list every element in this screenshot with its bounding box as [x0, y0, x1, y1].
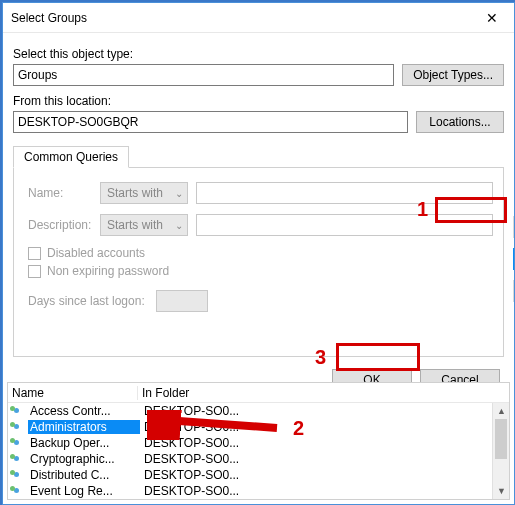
titlebar: Select Groups ✕	[3, 3, 514, 33]
row-name: Backup Oper...	[28, 436, 140, 450]
results-header: Name In Folder	[8, 383, 509, 403]
name-filter-label: Name:	[28, 186, 92, 200]
window-title: Select Groups	[11, 11, 87, 25]
table-row[interactable]: AdministratorsDESKTOP-SO0...	[8, 419, 509, 435]
tab-common-queries[interactable]: Common Queries	[13, 146, 129, 168]
scroll-up-icon[interactable]: ▲	[493, 403, 510, 419]
results-scrollbar[interactable]: ▲ ▼	[492, 403, 509, 499]
row-name: Cryptographic...	[28, 452, 140, 466]
row-folder: DESKTOP-SO0...	[140, 452, 239, 466]
close-button[interactable]: ✕	[469, 3, 514, 33]
table-row[interactable]: Backup Oper...DESKTOP-SO0...	[8, 435, 509, 451]
location-field[interactable]	[13, 111, 408, 133]
scroll-thumb[interactable]	[495, 419, 507, 459]
table-row[interactable]: Distributed C...DESKTOP-SO0...	[8, 467, 509, 483]
group-icon	[10, 467, 26, 483]
common-queries-panel: Name: Starts with ⌄ Description: Starts …	[13, 167, 504, 357]
locations-button[interactable]: Locations...	[416, 111, 504, 133]
object-type-label: Select this object type:	[13, 47, 504, 61]
non-expiring-checkbox	[28, 265, 41, 278]
select-groups-dialog: Select Groups ✕ Select this object type:…	[2, 2, 515, 505]
name-mode-combo: Starts with ⌄	[100, 182, 188, 204]
group-icon	[10, 435, 26, 451]
non-expiring-label: Non expiring password	[47, 264, 169, 278]
days-since-logon-label: Days since last logon:	[28, 294, 148, 308]
column-name-header[interactable]: Name	[8, 386, 138, 400]
table-row[interactable]: Event Log Re...DESKTOP-SO0...	[8, 483, 509, 499]
description-mode-combo: Starts with ⌄	[100, 214, 188, 236]
name-filter-input	[196, 182, 493, 204]
group-icon	[10, 419, 26, 435]
row-folder: DESKTOP-SO0...	[140, 468, 239, 482]
days-since-logon-combo	[156, 290, 208, 312]
table-row[interactable]: Access Contr...DESKTOP-SO0...	[8, 403, 509, 419]
row-name: Administrators	[28, 420, 140, 434]
group-icon	[10, 403, 26, 419]
scroll-down-icon[interactable]: ▼	[493, 483, 510, 499]
chevron-down-icon: ⌄	[175, 188, 183, 199]
location-label: From this location:	[13, 94, 504, 108]
row-name: Distributed C...	[28, 468, 140, 482]
object-types-button[interactable]: Object Types...	[402, 64, 504, 86]
description-filter-input	[196, 214, 493, 236]
close-icon: ✕	[486, 10, 498, 26]
group-icon	[10, 483, 26, 499]
row-folder: DESKTOP-SO0...	[140, 436, 239, 450]
row-folder: DESKTOP-SO0...	[140, 484, 239, 498]
description-filter-label: Description:	[28, 218, 92, 232]
chevron-down-icon: ⌄	[175, 220, 183, 231]
row-folder: DESKTOP-SO0...	[140, 404, 239, 418]
disabled-accounts-checkbox	[28, 247, 41, 260]
disabled-accounts-label: Disabled accounts	[47, 246, 145, 260]
group-icon	[10, 451, 26, 467]
row-folder: DESKTOP-SO0...	[140, 420, 239, 434]
table-row[interactable]: Cryptographic...DESKTOP-SO0...	[8, 451, 509, 467]
search-results-list[interactable]: Name In Folder Access Contr...DESKTOP-SO…	[7, 382, 510, 500]
object-type-field[interactable]	[13, 64, 394, 86]
row-name: Access Contr...	[28, 404, 140, 418]
row-name: Event Log Re...	[28, 484, 140, 498]
column-folder-header[interactable]: In Folder	[138, 386, 509, 400]
